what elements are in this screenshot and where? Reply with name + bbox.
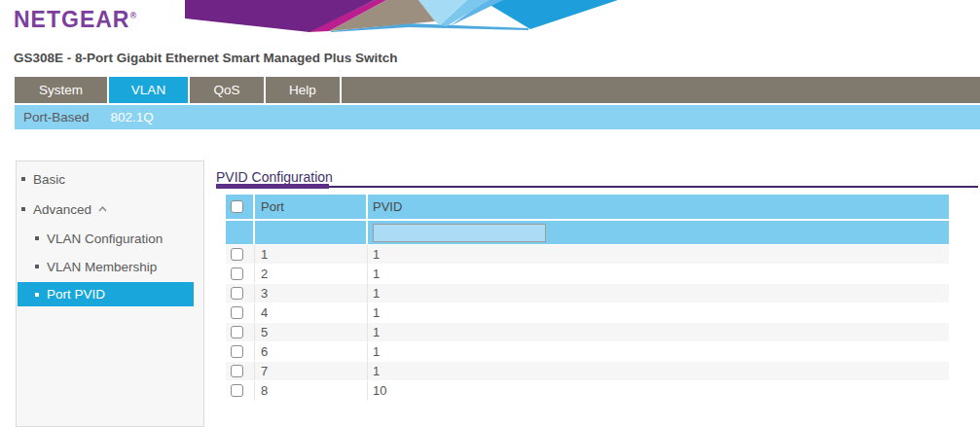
subnav-item-8021q[interactable]: 802.1Q [111, 110, 154, 125]
port-cell: 1 [255, 245, 368, 264]
sidebar-item-label: VLAN Membership [47, 260, 157, 274]
row-checkbox[interactable] [231, 384, 243, 397]
column-header-pvid: PVID [368, 199, 949, 214]
pvid-cell: 1 [368, 325, 949, 339]
pvid-cell: 1 [368, 344, 949, 359]
pvid-input[interactable] [373, 224, 546, 242]
table-row: 8 10 [226, 381, 949, 401]
sidebar-item-port-pvid[interactable]: Port PVID [18, 282, 194, 306]
port-cell: 7 [255, 362, 368, 380]
header-banner-graphic [185, 0, 619, 39]
bullet-icon [21, 207, 25, 211]
section-divider-accent [216, 184, 329, 189]
table-row: 3 1 [226, 284, 949, 303]
tab-qos[interactable]: QoS [190, 77, 266, 103]
netgear-logo: NETGEAR® [14, 7, 136, 33]
tab-vlan[interactable]: VLAN [109, 77, 190, 103]
switch-admin-page: NETGEAR® GS308E - 8-Port Gigabit Etherne… [0, 0, 980, 427]
device-title: GS308E - 8-Port Gigabit Ethernet Smart M… [14, 51, 398, 65]
netgear-logo-text: NETGEAR [14, 7, 129, 32]
sidebar-item-basic[interactable]: Basic [21, 171, 65, 187]
sidebar-item-label: Basic [33, 172, 65, 187]
select-all-checkbox[interactable] [231, 200, 243, 213]
sidebar-item-vlan-configuration[interactable]: VLAN Configuration [35, 231, 163, 246]
pvid-cell: 1 [368, 364, 949, 378]
sidebar-item-advanced[interactable]: Advanced [21, 201, 107, 217]
port-cell: 4 [255, 303, 368, 322]
bullet-icon [35, 265, 39, 268]
header-checkbox-cell [226, 195, 255, 219]
pvid-cell: 10 [368, 383, 949, 398]
row-checkbox[interactable] [231, 267, 243, 280]
port-cell: 6 [255, 342, 368, 361]
chevron-up-icon [98, 206, 107, 212]
tab-system[interactable]: System [15, 77, 109, 103]
table-row: 1 1 [226, 245, 949, 265]
port-cell: 5 [255, 323, 368, 341]
row-checkbox[interactable] [231, 326, 243, 338]
section-title: PVID Configuration [216, 169, 333, 185]
pvid-cell: 1 [368, 267, 949, 281]
bullet-icon [35, 293, 39, 297]
pvid-table: Port PVID 1 1 2 1 3 1 4 1 [226, 195, 949, 401]
table-row: 6 1 [226, 342, 949, 362]
table-filter-row [226, 221, 949, 244]
row-checkbox[interactable] [231, 287, 243, 300]
main-nav: System VLAN QoS Help [15, 77, 980, 103]
sidebar-item-label: Port PVID [47, 287, 105, 302]
sidebar-item-vlan-membership[interactable]: VLAN Membership [35, 259, 157, 274]
bullet-icon [35, 236, 39, 240]
table-row: 4 1 [226, 303, 949, 323]
port-cell: 3 [255, 284, 368, 302]
pvid-cell: 1 [368, 247, 949, 262]
bullet-icon [21, 177, 25, 181]
pvid-cell: 1 [368, 305, 949, 320]
port-cell: 2 [255, 265, 368, 283]
sidebar: Basic Advanced VLAN Configuration VLAN M… [16, 160, 204, 427]
column-header-port: Port [255, 195, 368, 219]
pvid-cell: 1 [368, 286, 949, 301]
port-cell: 8 [255, 381, 368, 400]
row-checkbox[interactable] [231, 365, 243, 377]
filter-checkbox-cell [226, 221, 255, 244]
row-checkbox[interactable] [231, 345, 243, 358]
table-row: 2 1 [226, 265, 949, 284]
subnav-item-port-based[interactable]: Port-Based [23, 110, 90, 125]
table-header-row: Port PVID [226, 195, 949, 219]
table-row: 7 1 [226, 362, 949, 381]
tab-help[interactable]: Help [266, 77, 342, 103]
row-checkbox[interactable] [231, 306, 243, 319]
filter-pvid-cell [368, 224, 949, 242]
table-row: 5 1 [226, 323, 949, 342]
sidebar-item-label: Advanced [33, 202, 91, 217]
filter-port-cell [255, 221, 368, 244]
section-divider [216, 186, 978, 188]
vlan-subnav: Port-Based 802.1Q [15, 105, 980, 129]
row-checkbox[interactable] [231, 248, 243, 261]
sidebar-item-label: VLAN Configuration [47, 231, 163, 246]
registered-trademark: ® [129, 11, 136, 20]
